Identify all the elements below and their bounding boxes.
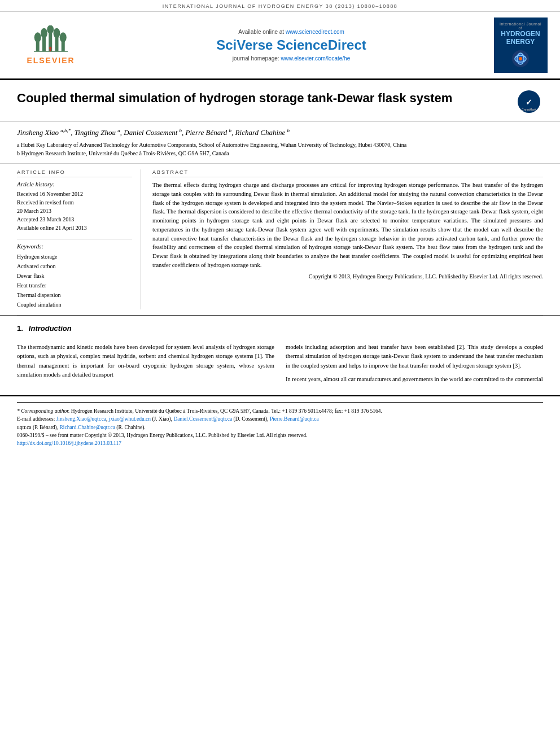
elsevier-wordmark: ELSEVIER xyxy=(27,56,75,65)
journal-homepage-link[interactable]: www.elsevier.com/locate/he xyxy=(281,55,350,62)
keyword-4: Heat transfer xyxy=(17,281,132,290)
section-title: Introduction xyxy=(29,324,72,333)
elsevier-logo: ELSEVIER xyxy=(14,23,88,68)
article-info-column: ARTICLE INFO Article history: Received 1… xyxy=(17,169,141,309)
intro-left-text: The thermodynamic and kinetic models hav… xyxy=(17,343,274,379)
issn-line: 0360-3199/$ – see front matter Copyright… xyxy=(17,431,543,439)
keywords-label: Keywords: xyxy=(17,243,132,250)
sciverse-sciencedirect-logo: SciVerse ScienceDirect xyxy=(96,37,487,53)
author1: Jinsheng Xiao xyxy=(17,128,59,137)
author2: Tingting Zhou xyxy=(75,128,116,137)
available-date: Available online 21 April 2013 xyxy=(17,224,132,232)
footnotes-section: * Corresponding author. Hydrogen Researc… xyxy=(0,395,560,453)
journal-header: ELSEVIER Available online at www.science… xyxy=(0,12,560,80)
elsevier-tree-icon xyxy=(34,25,68,54)
sciencedirect-link[interactable]: www.sciencedirect.com xyxy=(286,29,344,35)
article-history: Article history: Received 16 November 20… xyxy=(17,181,132,232)
accepted-date: Accepted 23 March 2013 xyxy=(17,215,132,224)
svg-text:✓: ✓ xyxy=(526,98,532,107)
keyword-1: Hydrogen storage xyxy=(17,252,132,261)
authors-section: Jinsheng Xiao a,b,*, Tingting Zhou a, Da… xyxy=(0,122,560,164)
doi-link[interactable]: http://dx.doi.org/10.1016/j.ijhydene.201… xyxy=(17,440,121,446)
email2-link[interactable]: jxiao@whut.edu.cn xyxy=(109,416,151,422)
svg-rect-12 xyxy=(50,49,51,51)
svg-point-17 xyxy=(519,57,522,60)
journal-homepage-text: journal homepage: www.elsevier.com/locat… xyxy=(96,55,487,62)
article-info-abstract: ARTICLE INFO Article history: Received 1… xyxy=(0,164,560,316)
journal-title: INTERNATIONAL JOURNAL OF HYDROGEN ENERGY… xyxy=(163,3,398,9)
email3-link[interactable]: Daniel.Cossement@uqtr.ca xyxy=(173,416,232,422)
badge-subtitle: International Journal of xyxy=(497,22,544,30)
available-online-text: Available online at www.sciencedirect.co… xyxy=(96,29,487,35)
intro-right-text-2: In recent years, almost all car manufact… xyxy=(286,375,543,384)
svg-point-1 xyxy=(34,32,41,42)
email-cont: uqtr.ca (P. Bénard), Richard.Chahine@uqt… xyxy=(17,423,543,431)
crossmark-svg: ✓ CrossMark xyxy=(518,90,540,113)
affiliation-b: b Hydrogen Research Institute, Universit… xyxy=(17,149,543,158)
abstract-text: The thermal effects during hydrogen char… xyxy=(152,181,543,270)
keywords-section: Keywords: Hydrogen storage Activated car… xyxy=(17,239,132,309)
affiliation-a: a Hubei Key Laboratory of Advanced Techn… xyxy=(17,141,543,149)
keyword-3: Dewar flask xyxy=(17,271,132,281)
keyword-6: Coupled simulation xyxy=(17,300,132,309)
introduction-section: 1. Introduction xyxy=(0,316,560,333)
svg-point-7 xyxy=(54,28,60,38)
author3: Daniel Cossement xyxy=(124,128,177,137)
hydrogen-energy-badge: International Journal of HYDROGENENERGY xyxy=(494,18,548,73)
email4-link[interactable]: Pierre.Benard@uqtr.ca xyxy=(270,416,319,422)
crossmark-icon: ✓ CrossMark xyxy=(518,90,540,113)
revised-label: Received in revised form xyxy=(17,198,132,207)
author5: Richard Chahine xyxy=(235,128,286,137)
doi-line: http://dx.doi.org/10.1016/j.ijhydene.201… xyxy=(17,439,543,447)
copyright-text: Copyright © 2013, Hydrogen Energy Public… xyxy=(152,273,543,279)
publisher-logo-section: ELSEVIER xyxy=(11,23,90,68)
revised-date: 20 March 2013 xyxy=(17,207,132,215)
affiliations: a Hubei Key Laboratory of Advanced Techn… xyxy=(17,141,543,158)
abstract-heading: ABSTRACT xyxy=(152,169,543,177)
svg-point-11 xyxy=(49,47,52,50)
email5-link[interactable]: Richard.Chahine@uqtr.ca xyxy=(59,425,115,430)
badge-name: HYDROGENENERGY xyxy=(497,30,544,46)
svg-point-5 xyxy=(47,25,54,34)
email-addresses: E-mail addresses: Jinsheng.Xiao@uqtr.ca,… xyxy=(17,415,543,423)
author4: Pierre Bénard xyxy=(186,128,228,137)
journal-center-header: Available online at www.sciencedirect.co… xyxy=(96,29,487,62)
email1-link[interactable]: Jinsheng.Xiao@uqtr.ca xyxy=(56,416,106,422)
received-date: Received 16 November 2012 xyxy=(17,190,132,198)
intro-content: The thermodynamic and kinetic models hav… xyxy=(0,337,560,390)
badge-icon xyxy=(509,49,532,68)
journal-banner: INTERNATIONAL JOURNAL OF HYDROGEN ENERGY… xyxy=(0,0,560,12)
footnotes-content: * Corresponding author. Hydrogen Researc… xyxy=(17,402,543,447)
article-title: Coupled thermal simulation of hydrogen s… xyxy=(17,90,452,107)
svg-point-9 xyxy=(60,32,67,42)
corresponding-author-note: * Corresponding author. Hydrogen Researc… xyxy=(17,407,543,415)
intro-left-column: The thermodynamic and kinetic models hav… xyxy=(17,343,274,384)
intro-right-column: models including adsorption and heat tra… xyxy=(286,343,543,384)
journal-badge-section: International Journal of HYDROGENENERGY xyxy=(492,18,549,73)
keyword-5: Thermal dispersion xyxy=(17,290,132,300)
svg-point-3 xyxy=(41,28,47,38)
keyword-2: Activated carbon xyxy=(17,261,132,271)
history-label: Article history: xyxy=(17,181,132,187)
authors-list: Jinsheng Xiao a,b,*, Tingting Zhou a, Da… xyxy=(17,128,543,137)
intro-right-text: models including adsorption and heat tra… xyxy=(286,343,543,370)
intro-heading: 1. Introduction xyxy=(17,324,543,333)
section-number: 1. xyxy=(17,324,23,333)
abstract-section: ABSTRACT The thermal effects during hydr… xyxy=(152,169,543,309)
crossmark-badge: ✓ CrossMark xyxy=(518,90,543,116)
article-info-heading: ARTICLE INFO xyxy=(17,169,132,177)
article-title-section: Coupled thermal simulation of hydrogen s… xyxy=(0,80,560,122)
svg-text:CrossMark: CrossMark xyxy=(522,108,536,111)
